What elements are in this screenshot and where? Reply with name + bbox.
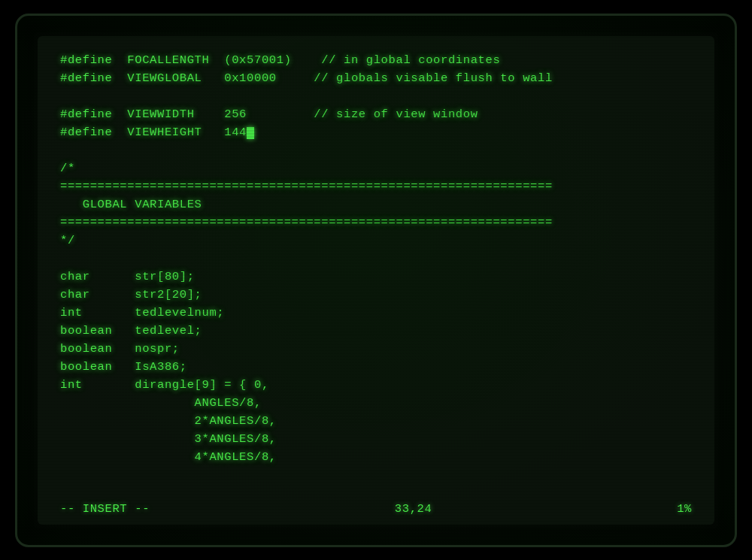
status-bar: -- INSERT -- 33,24 1% [60, 502, 692, 516]
screen: #define FOCALLENGTH (0x57001) // in glob… [38, 36, 714, 525]
cursor-position: 33,24 [395, 502, 432, 516]
code-editor[interactable]: #define FOCALLENGTH (0x57001) // in glob… [60, 51, 692, 466]
vim-mode: -- INSERT -- [60, 502, 150, 516]
scroll-percent: 1% [677, 502, 692, 516]
monitor: #define FOCALLENGTH (0x57001) // in glob… [15, 14, 737, 547]
